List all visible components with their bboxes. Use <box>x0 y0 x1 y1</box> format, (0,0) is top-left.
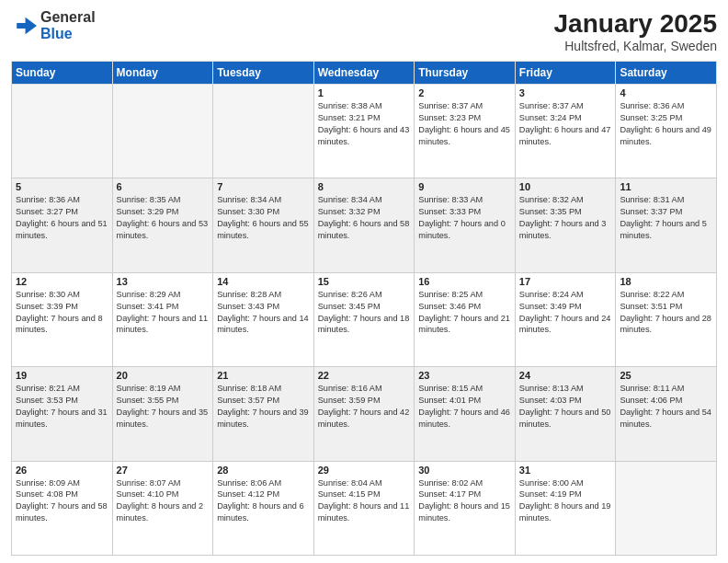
day-info: Sunrise: 8:25 AM Sunset: 3:46 PM Dayligh… <box>418 289 511 337</box>
day-number: 7 <box>217 181 310 192</box>
day-number: 6 <box>117 181 210 192</box>
calendar-cell: 11Sunrise: 8:31 AM Sunset: 3:37 PM Dayli… <box>616 178 717 272</box>
day-info: Sunrise: 8:21 AM Sunset: 3:53 PM Dayligh… <box>16 383 108 431</box>
calendar-cell: 5Sunrise: 8:36 AM Sunset: 3:27 PM Daylig… <box>12 178 113 272</box>
day-number: 17 <box>519 276 612 287</box>
calendar-week-row: 5Sunrise: 8:36 AM Sunset: 3:27 PM Daylig… <box>12 178 717 272</box>
day-number: 25 <box>620 370 712 381</box>
day-info: Sunrise: 8:34 AM Sunset: 3:32 PM Dayligh… <box>318 194 411 242</box>
day-number: 24 <box>519 370 612 381</box>
calendar-cell: 24Sunrise: 8:13 AM Sunset: 4:03 PM Dayli… <box>515 367 616 461</box>
logo: General Blue <box>11 9 96 41</box>
day-number: 5 <box>16 181 108 192</box>
day-info: Sunrise: 8:18 AM Sunset: 3:57 PM Dayligh… <box>217 383 310 431</box>
calendar-cell: 1Sunrise: 8:38 AM Sunset: 3:21 PM Daylig… <box>313 85 415 178</box>
day-info: Sunrise: 8:36 AM Sunset: 3:27 PM Dayligh… <box>16 194 108 242</box>
calendar-cell <box>12 85 113 178</box>
day-number: 31 <box>519 465 612 476</box>
calendar-cell: 30Sunrise: 8:02 AM Sunset: 4:17 PM Dayli… <box>415 461 516 555</box>
day-info: Sunrise: 8:16 AM Sunset: 3:59 PM Dayligh… <box>318 383 411 431</box>
weekday-header: Wednesday <box>313 62 415 85</box>
calendar-cell: 13Sunrise: 8:29 AM Sunset: 3:41 PM Dayli… <box>112 272 213 366</box>
day-number: 9 <box>418 181 511 192</box>
day-number: 10 <box>519 181 612 192</box>
header: General Blue January 2025 Hultsfred, Kal… <box>11 9 717 53</box>
location-title: Hultsfred, Kalmar, Sweden <box>554 39 717 53</box>
day-info: Sunrise: 8:24 AM Sunset: 3:49 PM Dayligh… <box>519 289 612 337</box>
weekday-header-row: SundayMondayTuesdayWednesdayThursdayFrid… <box>12 62 717 85</box>
day-info: Sunrise: 8:34 AM Sunset: 3:30 PM Dayligh… <box>217 194 310 242</box>
calendar-week-row: 26Sunrise: 8:09 AM Sunset: 4:08 PM Dayli… <box>12 461 717 555</box>
weekday-header: Sunday <box>12 62 113 85</box>
calendar-cell: 25Sunrise: 8:11 AM Sunset: 4:06 PM Dayli… <box>616 367 717 461</box>
day-number: 2 <box>418 87 511 98</box>
day-info: Sunrise: 8:32 AM Sunset: 3:35 PM Dayligh… <box>519 194 612 242</box>
day-info: Sunrise: 8:22 AM Sunset: 3:51 PM Dayligh… <box>620 289 712 337</box>
day-number: 12 <box>16 276 108 287</box>
day-number: 28 <box>217 465 310 476</box>
weekday-header: Tuesday <box>213 62 314 85</box>
calendar-cell: 18Sunrise: 8:22 AM Sunset: 3:51 PM Dayli… <box>616 272 717 366</box>
calendar-cell: 6Sunrise: 8:35 AM Sunset: 3:29 PM Daylig… <box>112 178 213 272</box>
day-info: Sunrise: 8:00 AM Sunset: 4:19 PM Dayligh… <box>519 477 612 525</box>
day-info: Sunrise: 8:11 AM Sunset: 4:06 PM Dayligh… <box>620 383 712 431</box>
day-number: 30 <box>418 465 511 476</box>
day-number: 22 <box>318 370 411 381</box>
day-number: 29 <box>318 465 411 476</box>
day-number: 27 <box>117 465 210 476</box>
day-info: Sunrise: 8:06 AM Sunset: 4:12 PM Dayligh… <box>217 477 310 525</box>
month-title: January 2025 <box>554 9 717 39</box>
day-info: Sunrise: 8:15 AM Sunset: 4:01 PM Dayligh… <box>418 383 511 431</box>
calendar: SundayMondayTuesdayWednesdayThursdayFrid… <box>11 61 717 556</box>
day-info: Sunrise: 8:19 AM Sunset: 3:55 PM Dayligh… <box>117 383 210 431</box>
calendar-cell: 21Sunrise: 8:18 AM Sunset: 3:57 PM Dayli… <box>213 367 314 461</box>
calendar-cell: 4Sunrise: 8:36 AM Sunset: 3:25 PM Daylig… <box>616 85 717 178</box>
calendar-cell: 29Sunrise: 8:04 AM Sunset: 4:15 PM Dayli… <box>313 461 415 555</box>
calendar-cell: 26Sunrise: 8:09 AM Sunset: 4:08 PM Dayli… <box>12 461 113 555</box>
day-info: Sunrise: 8:26 AM Sunset: 3:45 PM Dayligh… <box>318 289 411 337</box>
day-info: Sunrise: 8:38 AM Sunset: 3:21 PM Dayligh… <box>318 100 411 148</box>
calendar-cell: 17Sunrise: 8:24 AM Sunset: 3:49 PM Dayli… <box>515 272 616 366</box>
calendar-cell: 20Sunrise: 8:19 AM Sunset: 3:55 PM Dayli… <box>112 367 213 461</box>
day-info: Sunrise: 8:30 AM Sunset: 3:39 PM Dayligh… <box>16 289 108 337</box>
day-info: Sunrise: 8:02 AM Sunset: 4:17 PM Dayligh… <box>418 477 511 525</box>
calendar-cell: 2Sunrise: 8:37 AM Sunset: 3:23 PM Daylig… <box>415 85 516 178</box>
calendar-cell: 8Sunrise: 8:34 AM Sunset: 3:32 PM Daylig… <box>313 178 415 272</box>
calendar-cell: 3Sunrise: 8:37 AM Sunset: 3:24 PM Daylig… <box>515 85 616 178</box>
day-number: 11 <box>620 181 712 192</box>
day-info: Sunrise: 8:13 AM Sunset: 4:03 PM Dayligh… <box>519 383 612 431</box>
calendar-cell: 9Sunrise: 8:33 AM Sunset: 3:33 PM Daylig… <box>415 178 516 272</box>
day-number: 20 <box>117 370 210 381</box>
calendar-cell: 19Sunrise: 8:21 AM Sunset: 3:53 PM Dayli… <box>12 367 113 461</box>
day-info: Sunrise: 8:35 AM Sunset: 3:29 PM Dayligh… <box>117 194 210 242</box>
day-number: 4 <box>620 87 712 98</box>
day-info: Sunrise: 8:33 AM Sunset: 3:33 PM Dayligh… <box>418 194 511 242</box>
day-info: Sunrise: 8:28 AM Sunset: 3:43 PM Dayligh… <box>217 289 310 337</box>
calendar-cell: 23Sunrise: 8:15 AM Sunset: 4:01 PM Dayli… <box>415 367 516 461</box>
calendar-cell: 10Sunrise: 8:32 AM Sunset: 3:35 PM Dayli… <box>515 178 616 272</box>
day-info: Sunrise: 8:37 AM Sunset: 3:23 PM Dayligh… <box>418 100 511 148</box>
logo-blue: Blue <box>40 26 96 42</box>
day-number: 13 <box>117 276 210 287</box>
calendar-cell: 14Sunrise: 8:28 AM Sunset: 3:43 PM Dayli… <box>213 272 314 366</box>
title-block: January 2025 Hultsfred, Kalmar, Sweden <box>554 9 717 53</box>
day-info: Sunrise: 8:04 AM Sunset: 4:15 PM Dayligh… <box>318 477 411 525</box>
day-number: 15 <box>318 276 411 287</box>
calendar-cell: 7Sunrise: 8:34 AM Sunset: 3:30 PM Daylig… <box>213 178 314 272</box>
calendar-cell <box>213 85 314 178</box>
day-info: Sunrise: 8:36 AM Sunset: 3:25 PM Dayligh… <box>620 100 712 148</box>
calendar-cell: 15Sunrise: 8:26 AM Sunset: 3:45 PM Dayli… <box>313 272 415 366</box>
weekday-header: Monday <box>112 62 213 85</box>
day-info: Sunrise: 8:31 AM Sunset: 3:37 PM Dayligh… <box>620 194 712 242</box>
day-number: 1 <box>318 87 411 98</box>
weekday-header: Thursday <box>415 62 516 85</box>
logo-icon <box>11 13 37 39</box>
weekday-header: Friday <box>515 62 616 85</box>
calendar-week-row: 19Sunrise: 8:21 AM Sunset: 3:53 PM Dayli… <box>12 367 717 461</box>
day-info: Sunrise: 8:37 AM Sunset: 3:24 PM Dayligh… <box>519 100 612 148</box>
day-number: 21 <box>217 370 310 381</box>
calendar-cell: 27Sunrise: 8:07 AM Sunset: 4:10 PM Dayli… <box>112 461 213 555</box>
day-number: 19 <box>16 370 108 381</box>
calendar-cell: 31Sunrise: 8:00 AM Sunset: 4:19 PM Dayli… <box>515 461 616 555</box>
day-info: Sunrise: 8:29 AM Sunset: 3:41 PM Dayligh… <box>117 289 210 337</box>
